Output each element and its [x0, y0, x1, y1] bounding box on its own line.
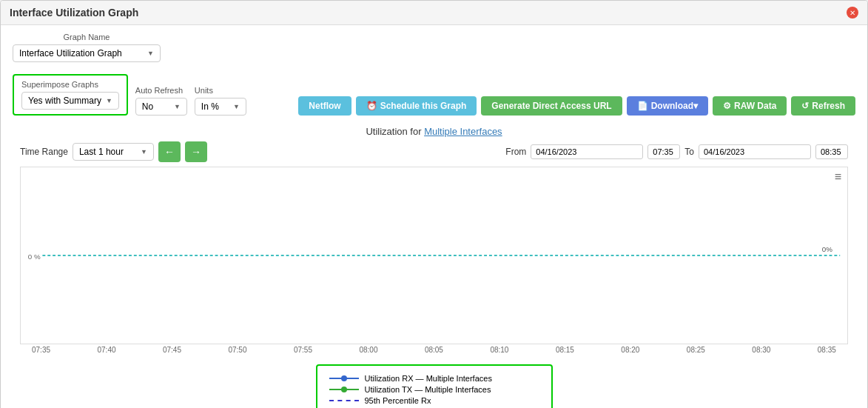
auto-refresh-select[interactable]: No ▼ — [135, 98, 187, 116]
x-label-0735: 07:35 — [32, 346, 50, 354]
to-label: To — [684, 147, 694, 157]
x-label-0745: 07:45 — [163, 346, 181, 354]
chevron-down-icon: ▼ — [141, 148, 147, 155]
close-button[interactable]: ✕ — [847, 7, 858, 19]
x-label-0835: 08:35 — [818, 346, 836, 354]
content-area: Graph Name Interface Utilization Graph ▼… — [1, 25, 867, 408]
top-controls-row: Superimpose Graphs Yes with Summary ▼ Au… — [13, 68, 855, 121]
x-label-0755: 07:55 — [294, 346, 312, 354]
chart-wrapper: ≡ 0 % 0% 07:35 07:40 07:45 — [20, 167, 848, 355]
window-title: Interface Utilization Graph — [10, 7, 138, 19]
clock-icon: ⏰ — [366, 101, 377, 111]
download-icon: 📄 — [637, 101, 648, 111]
units-select[interactable]: In % ▼ — [195, 98, 246, 116]
units-group: Units In % ▼ — [195, 86, 246, 116]
download-button[interactable]: 📄 Download▾ — [627, 96, 708, 116]
time-range-label: Time Range — [20, 147, 68, 157]
chart-container: ≡ 0 % 0% — [20, 167, 848, 344]
schedule-button[interactable]: ⏰ Schedule this Graph — [356, 96, 477, 116]
time-range-select[interactable]: Last 1 hour ▼ — [73, 143, 154, 161]
chart-toolbar: Time Range Last 1 hour ▼ ← → From To — [20, 141, 848, 162]
x-label-0830: 08:30 — [752, 346, 770, 354]
x-label-0750: 07:50 — [228, 346, 246, 354]
x-label-0825: 08:25 — [687, 346, 705, 354]
superimpose-select[interactable]: Yes with Summary ▼ — [21, 92, 119, 110]
superimpose-label: Superimpose Graphs — [21, 80, 119, 89]
x-label-0810: 08:10 — [490, 346, 508, 354]
graph-name-label: Graph Name — [13, 33, 161, 41]
x-label-0805: 08:05 — [425, 346, 443, 354]
svg-text:0%: 0% — [822, 245, 832, 253]
title-bar: Interface Utilization Graph ✕ — [1, 1, 867, 25]
action-buttons: Netflow ⏰ Schedule this Graph Generate D… — [298, 96, 855, 116]
graph-name-select[interactable]: Interface Utilization Graph ▼ — [13, 44, 161, 62]
legend-label-95rx: 95th Percentile Rx — [365, 396, 431, 405]
legend-item-95rx: 95th Percentile Rx — [329, 396, 539, 405]
chevron-down-icon: ▼ — [147, 50, 154, 57]
direct-url-button[interactable]: Generate Direct Access URL — [481, 96, 622, 116]
svg-text:0 %: 0 % — [28, 253, 41, 261]
from-time-input[interactable] — [647, 144, 680, 159]
legend-box: Utilization RX — Multiple Interfaces Uti… — [316, 364, 553, 408]
chevron-down-icon: ▼ — [233, 103, 240, 110]
refresh-button[interactable]: ↺ Refresh — [791, 96, 855, 116]
units-label: Units — [195, 86, 246, 95]
x-label-0820: 08:20 — [621, 346, 639, 354]
x-label-0740: 07:40 — [97, 346, 115, 354]
legend-item-rx: Utilization RX — Multiple Interfaces — [329, 374, 539, 383]
chart-title: Utilization for Multiple Interfaces — [13, 126, 855, 137]
from-label: From — [505, 147, 526, 157]
raw-data-button[interactable]: ⚙ RAW Data — [713, 96, 787, 116]
chart-svg: 0 % 0% — [21, 167, 847, 344]
time-range-control: Time Range Last 1 hour ▼ ← → — [20, 141, 207, 162]
chart-area: Time Range Last 1 hour ▼ ← → From To — [20, 141, 848, 408]
superimpose-group: Superimpose Graphs Yes with Summary ▼ — [21, 80, 119, 110]
x-label-0815: 08:15 — [556, 346, 574, 354]
refresh-icon: ↺ — [801, 101, 809, 111]
multiple-interfaces-link[interactable]: Multiple Interfaces — [424, 126, 502, 137]
chevron-down-icon: ▼ — [174, 103, 181, 110]
to-date-input[interactable] — [699, 144, 811, 159]
prev-button[interactable]: ← — [158, 141, 181, 162]
main-window: Interface Utilization Graph ✕ Graph Name… — [0, 0, 868, 408]
x-label-0800: 08:00 — [359, 346, 377, 354]
raw-icon: ⚙ — [723, 101, 731, 111]
auto-refresh-label: Auto Refresh — [135, 86, 187, 95]
chevron-down-icon: ▼ — [106, 97, 112, 104]
netflow-button[interactable]: Netflow — [298, 96, 351, 116]
legend-center: Utilization RX — Multiple Interfaces Uti… — [20, 358, 848, 408]
graph-name-section: Graph Name Interface Utilization Graph ▼ — [13, 33, 855, 62]
chart-menu-icon[interactable]: ≡ — [835, 170, 841, 184]
superimpose-box: Superimpose Graphs Yes with Summary ▼ — [13, 74, 128, 116]
legend-item-tx: Utilization TX — Multiple Interfaces — [329, 385, 539, 394]
to-time-input[interactable] — [815, 144, 848, 159]
from-to-control: From To — [505, 144, 848, 159]
legend-label-rx: Utilization RX — Multiple Interfaces — [365, 374, 492, 383]
legend-label-tx: Utilization TX — Multiple Interfaces — [365, 385, 491, 394]
x-axis: 07:35 07:40 07:45 07:50 07:55 08:00 08:0… — [20, 344, 848, 355]
next-button[interactable]: → — [185, 141, 207, 162]
from-date-input[interactable] — [531, 144, 643, 159]
auto-refresh-group: Auto Refresh No ▼ — [135, 86, 187, 116]
